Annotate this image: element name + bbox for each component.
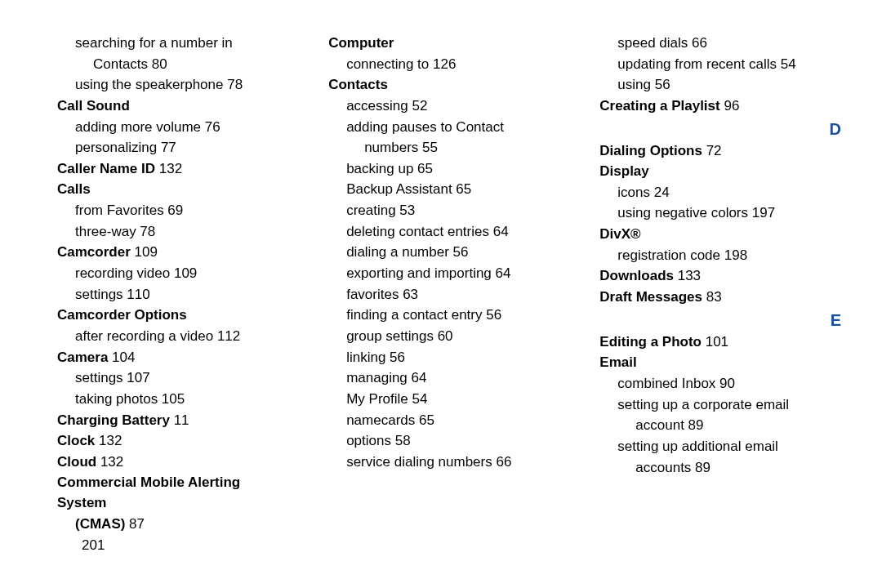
index-entry: accessing 52	[328, 96, 559, 117]
index-entry: adding pauses to Contact	[328, 118, 559, 138]
index-entry: Draft Messages 83	[599, 287, 849, 308]
index-heading: Cloud	[57, 454, 96, 470]
index-entry: Display	[599, 162, 849, 182]
index-page-ref: 83	[702, 289, 722, 305]
index-heading: Downloads	[599, 268, 674, 283]
index-page-ref: 87	[125, 516, 145, 532]
index-entry: using negative colors 197	[599, 203, 849, 224]
index-page: searching for a number inContacts 80usin…	[0, 0, 882, 588]
index-entry: accounts 89	[599, 458, 849, 479]
index-entry: updating from recent calls 54	[599, 55, 849, 75]
index-entry: Camcorder Options	[57, 305, 287, 326]
index-entry: searching for a number in	[57, 33, 287, 54]
index-entry: DivX®	[599, 225, 849, 245]
index-entry: adding more volume 76	[57, 118, 287, 138]
index-page-ref: 132	[96, 454, 123, 470]
index-entry: Contacts	[328, 75, 559, 96]
index-entry: deleting contact entries 64	[328, 222, 559, 243]
index-heading: Creating a Playlist	[599, 98, 719, 114]
index-entry: settings 107	[57, 368, 287, 389]
index-entry: Cloud 132	[57, 452, 287, 473]
index-entry: Calls	[57, 180, 287, 200]
index-entry: after recording a video 112	[57, 327, 287, 347]
index-entry: Caller Name ID 132	[57, 159, 287, 180]
index-page-ref: 132	[95, 433, 122, 448]
index-entry: linking 56	[328, 348, 559, 368]
index-entry: Camera 104	[57, 348, 287, 368]
index-entry: using 56	[599, 75, 849, 96]
index-entry: dialing a number 56	[328, 243, 559, 263]
index-column-1: searching for a number inContacts 80usin…	[57, 33, 287, 535]
index-entry: Contacts 80	[57, 55, 287, 75]
index-entry: from Favorites 69	[57, 201, 287, 221]
index-entry: managing 64	[328, 368, 559, 389]
index-page-ref: 72	[702, 143, 722, 158]
index-entry: My Profile 54	[328, 390, 559, 410]
index-entry: Commercial Mobile Alerting System	[57, 473, 287, 513]
index-page-ref: 11	[170, 412, 189, 428]
index-heading: Camera	[57, 350, 108, 365]
index-heading: Camcorder	[57, 244, 131, 260]
index-entry: personalizing 77	[57, 138, 287, 158]
index-entry: finding a contact entry 56	[328, 305, 559, 326]
index-entry: backing up 65	[328, 159, 559, 180]
index-heading: (CMAS)	[75, 516, 125, 532]
index-entry: account 89	[599, 416, 849, 436]
index-entry: recording video 109	[57, 264, 287, 284]
index-entry: settings 110	[57, 285, 287, 305]
index-heading: Editing a Photo	[599, 334, 702, 350]
index-page-ref: 104	[108, 350, 135, 365]
index-columns: searching for a number inContacts 80usin…	[57, 33, 849, 535]
index-entry: registration code 198	[599, 246, 849, 266]
index-entry: namecards 65	[328, 411, 559, 431]
index-entry: Downloads 133	[599, 266, 849, 287]
index-page-ref: 109	[131, 244, 158, 260]
index-entry: Dialing Options 72	[599, 141, 849, 162]
index-entry: (CMAS) 87	[57, 514, 287, 535]
index-entry: Email	[599, 353, 849, 373]
index-entry: creating 53	[328, 201, 559, 221]
index-page-ref: 132	[155, 161, 182, 176]
index-column-2: Computerconnecting to 126Contactsaccessi…	[328, 33, 559, 535]
index-heading: Dialing Options	[599, 143, 702, 158]
index-entry: group settings 60	[328, 327, 559, 347]
index-entry: exporting and importing 64	[328, 264, 559, 284]
index-entry: combined Inbox 90	[599, 374, 849, 394]
index-entry: speed dials 66	[599, 33, 849, 54]
index-entry: connecting to 126	[328, 55, 559, 75]
index-entry: three-way 78	[57, 222, 287, 243]
index-page-ref: 96	[720, 98, 740, 114]
index-entry: Editing a Photo 101	[599, 332, 849, 353]
index-page-ref: 133	[674, 268, 701, 283]
page-number: 201	[82, 537, 105, 554]
index-entry: Computer	[328, 33, 559, 54]
index-heading: Charging Battery	[57, 412, 170, 428]
index-entry: service dialing numbers 66	[328, 452, 559, 473]
index-entry: icons 24	[599, 183, 849, 203]
index-heading: Draft Messages	[599, 289, 702, 305]
index-entry: favorites 63	[328, 285, 559, 305]
index-entry: using the speakerphone 78	[57, 75, 287, 96]
index-entry: setting up a corporate email	[599, 395, 849, 416]
index-entry: setting up additional email	[599, 437, 849, 457]
section-letter: D	[599, 118, 849, 140]
index-page-ref: 101	[702, 334, 728, 350]
index-column-3: speed dials 66updating from recent calls…	[599, 33, 849, 535]
section-letter: E	[599, 309, 849, 332]
index-entry: options 58	[328, 431, 559, 452]
index-entry: Call Sound	[57, 96, 287, 117]
index-entry: Creating a Playlist 96	[599, 96, 849, 117]
index-entry: taking photos 105	[57, 390, 287, 410]
index-heading: Clock	[57, 433, 95, 448]
index-heading: Caller Name ID	[57, 161, 155, 176]
index-entry: Charging Battery 11	[57, 411, 287, 431]
index-entry: numbers 55	[328, 138, 559, 158]
index-entry: Clock 132	[57, 431, 287, 452]
index-entry: Camcorder 109	[57, 243, 287, 263]
index-entry: Backup Assistant 65	[328, 180, 559, 200]
